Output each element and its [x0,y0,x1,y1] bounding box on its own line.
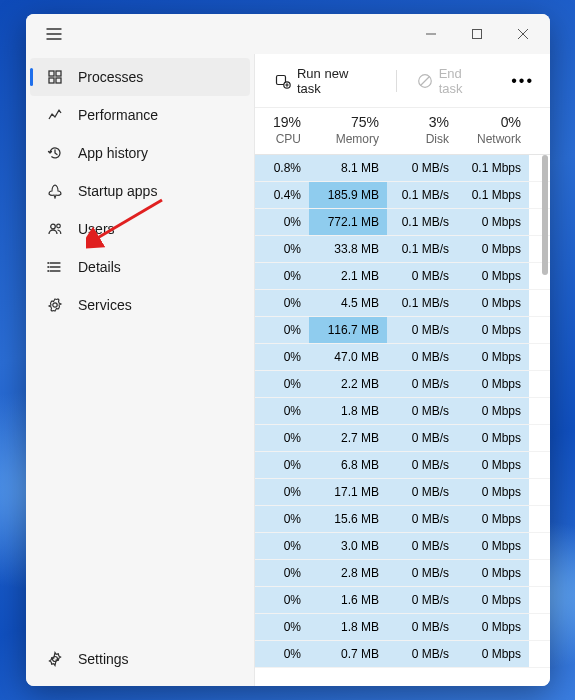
close-button[interactable] [500,18,546,50]
table-row[interactable]: 0%17.1 MB0 MB/s0 Mbps [255,479,550,506]
svg-point-8 [47,266,49,268]
maximize-icon [472,29,482,39]
table-row[interactable]: 0%2.2 MB0 MB/s0 Mbps [255,371,550,398]
sidebar-item-label: Services [78,297,132,313]
cell-cpu: 0% [255,641,309,667]
minimize-button[interactable] [408,18,454,50]
table-row[interactable]: 0%1.6 MB0 MB/s0 Mbps [255,587,550,614]
cell-disk: 0 MB/s [387,263,457,289]
run-new-task-button[interactable]: Run new task [265,60,386,102]
cell-network: 0 Mbps [457,560,529,586]
close-icon [518,29,528,39]
task-manager-window: ProcessesPerformanceApp historyStartup a… [26,14,550,686]
cell-disk: 0 MB/s [387,317,457,343]
cell-network: 0.1 Mbps [457,182,529,208]
table-row[interactable]: 0%47.0 MB0 MB/s0 Mbps [255,344,550,371]
table-row[interactable]: 0%116.7 MB0 MB/s0 Mbps [255,317,550,344]
cell-network: 0 Mbps [457,398,529,424]
column-header-memory[interactable]: 75% Memory [309,114,387,146]
cell-disk: 0 MB/s [387,398,457,424]
maximize-button[interactable] [454,18,500,50]
table-row[interactable]: 0%15.6 MB0 MB/s0 Mbps [255,506,550,533]
sidebar-item-settings[interactable]: Settings [30,640,250,678]
toolbar: Run new task End task ••• [255,54,550,108]
cell-network: 0 Mbps [457,479,529,505]
cell-network: 0 Mbps [457,263,529,289]
svg-rect-0 [473,30,482,39]
column-headers: 19% CPU 75% Memory 3% Disk ⌄ 0% Network [255,108,550,155]
table-row[interactable]: 0.8%8.1 MB0 MB/s0.1 Mbps [255,155,550,182]
sidebar-item-services[interactable]: Services [30,286,250,324]
cell-network: 0 Mbps [457,317,529,343]
table-row[interactable]: 0%2.7 MB0 MB/s0 Mbps [255,425,550,452]
sidebar-item-label: Users [78,221,115,237]
table-row[interactable]: 0%772.1 MB0.1 MB/s0 Mbps [255,209,550,236]
cell-cpu: 0.4% [255,182,309,208]
cell-cpu: 0% [255,533,309,559]
svg-rect-4 [56,78,61,83]
run-new-task-label: Run new task [297,66,376,96]
table-row[interactable]: 0%4.5 MB0.1 MB/s0 Mbps [255,290,550,317]
table-row[interactable]: 0%33.8 MB0.1 MB/s0 Mbps [255,236,550,263]
cell-network: 0 Mbps [457,587,529,613]
sidebar-item-app-history[interactable]: App history [30,134,250,172]
column-header-cpu[interactable]: 19% CPU [255,114,309,146]
column-header-disk[interactable]: 3% Disk [387,114,457,146]
table-row[interactable]: 0.4%185.9 MB0.1 MB/s0.1 Mbps [255,182,550,209]
svg-rect-1 [49,71,54,76]
sidebar-item-performance[interactable]: Performance [30,96,250,134]
table-row[interactable]: 0%1.8 MB0 MB/s0 Mbps [255,614,550,641]
cell-cpu: 0% [255,479,309,505]
window-controls [408,18,546,50]
column-header-network[interactable]: ⌄ 0% Network [457,114,529,146]
cell-cpu: 0% [255,587,309,613]
svg-point-5 [51,224,56,229]
cell-disk: 0 MB/s [387,506,457,532]
minimize-icon [426,29,436,39]
sidebar-item-users[interactable]: Users [30,210,250,248]
end-task-button: End task [407,60,500,102]
details-icon [46,259,64,275]
cell-cpu: 0% [255,317,309,343]
cell-memory: 1.8 MB [309,614,387,640]
hamburger-icon [46,26,62,42]
table-row[interactable]: 0%2.8 MB0 MB/s0 Mbps [255,560,550,587]
table-row[interactable]: 0%1.8 MB0 MB/s0 Mbps [255,398,550,425]
table-row[interactable]: 0%2.1 MB0 MB/s0 Mbps [255,263,550,290]
sidebar-item-processes[interactable]: Processes [30,58,250,96]
cell-disk: 0 MB/s [387,479,457,505]
scrollbar-thumb[interactable] [542,155,548,275]
cell-memory: 1.6 MB [309,587,387,613]
cell-memory: 2.1 MB [309,263,387,289]
svg-rect-2 [56,71,61,76]
more-options-button[interactable]: ••• [505,68,540,94]
sidebar-item-startup-apps[interactable]: Startup apps [30,172,250,210]
cell-cpu: 0% [255,452,309,478]
memory-usage-pct: 75% [351,114,379,130]
table-row[interactable]: 0%0.7 MB0 MB/s0 Mbps [255,641,550,668]
cell-memory: 6.8 MB [309,452,387,478]
table-row[interactable]: 0%6.8 MB0 MB/s0 Mbps [255,452,550,479]
cpu-label: CPU [276,132,301,146]
cell-memory: 1.8 MB [309,398,387,424]
cell-memory: 2.7 MB [309,425,387,451]
cell-cpu: 0.8% [255,155,309,181]
cell-memory: 3.0 MB [309,533,387,559]
cell-disk: 0 MB/s [387,533,457,559]
cell-network: 0 Mbps [457,344,529,370]
sidebar-item-label: Processes [78,69,143,85]
cell-memory: 15.6 MB [309,506,387,532]
cell-network: 0 Mbps [457,209,529,235]
sidebar-item-label: Details [78,259,121,275]
history-icon [46,145,64,161]
sidebar-item-details[interactable]: Details [30,248,250,286]
cell-network: 0 Mbps [457,641,529,667]
cell-cpu: 0% [255,506,309,532]
cell-network: 0 Mbps [457,290,529,316]
cell-memory: 47.0 MB [309,344,387,370]
menu-button[interactable] [38,18,70,50]
sidebar-item-label: Settings [78,651,129,667]
cell-network: 0 Mbps [457,506,529,532]
table-row[interactable]: 0%3.0 MB0 MB/s0 Mbps [255,533,550,560]
cell-cpu: 0% [255,560,309,586]
